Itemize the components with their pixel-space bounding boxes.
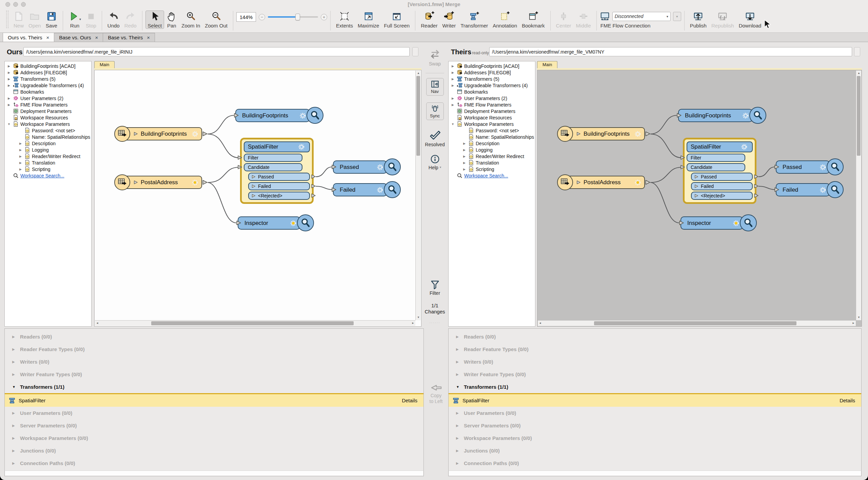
tab-close-icon[interactable]: × (147, 35, 150, 40)
zoom-increase-button[interactable]: + (321, 14, 327, 20)
save-button[interactable]: Save (43, 11, 60, 29)
tree-item-reader-writer-redirect[interactable]: ▶Reader/Writer Redirect (449, 153, 535, 159)
summary-row-junctions-0-0[interactable]: ▶Junctions (0/0) (449, 444, 861, 457)
select-button[interactable]: Select (145, 11, 164, 29)
transformer-node-spatialfilter[interactable]: SpatialFilterFilterCandidatePassedFailed… (240, 138, 314, 204)
expander-icon[interactable]: ▶ (18, 168, 23, 171)
expander-icon[interactable]: ▶ (451, 64, 455, 68)
transformer-header[interactable]: SpatialFilter (244, 141, 310, 152)
gear-icon[interactable] (819, 164, 827, 171)
reader-node-postaladdress[interactable]: PostalAddress (557, 175, 649, 189)
summary-row-reader-feature-types-0-0[interactable]: ▶Reader Feature Types (0/0) (449, 343, 861, 356)
tree-item-bookmarks[interactable]: Bookmarks (449, 89, 535, 95)
tree-item-scripting[interactable]: ▶Scripting (449, 166, 535, 172)
summary-row-writers-0-0[interactable]: ▶Writers (0/0) (5, 356, 423, 368)
vertical-scrollbar[interactable]: ▲▼ (415, 71, 421, 320)
tree-item-workspace-search[interactable]: Workspace Search... (449, 172, 535, 179)
document-tab-base-vs-ours[interactable]: Base vs. Ours× (54, 33, 103, 42)
node-passed-1[interactable]: Passed (776, 160, 844, 174)
scroll-down-icon[interactable]: ▼ (417, 315, 420, 320)
tree-item-translation[interactable]: ▶Translation (449, 159, 535, 166)
inspect-magnifier-icon[interactable] (740, 214, 757, 231)
tree-item-bookmarks[interactable]: Bookmarks (5, 89, 91, 95)
summary-row-server-parameters-0-0[interactable]: ▶Server Parameters (0/0) (5, 419, 423, 432)
tree-item-buildingfootprints-acad[interactable]: ▶BuildingFootprints [ACAD] (5, 63, 91, 69)
expander-icon[interactable]: ▶ (7, 97, 11, 100)
summary-row-readers-0-0[interactable]: ▶Readers (0/0) (449, 330, 861, 343)
scroll-down-icon[interactable]: ▼ (857, 315, 860, 320)
theirs-path-input[interactable] (489, 47, 852, 56)
tree-item-logging[interactable]: ▶Logging (449, 147, 535, 153)
reader-node-buildingfootprints[interactable]: BuildingFootprints (114, 127, 206, 141)
tree-item-workspace-parameters[interactable]: ▼Workspace Parameters (5, 121, 91, 127)
tree-item-translation[interactable]: ▶Translation (5, 159, 91, 166)
canvas-drawing-area[interactable]: BuildingFootprintsPostalAddressBuildingF… (95, 71, 415, 320)
tree-item-transformers-5[interactable]: ▶Transformers (5) (5, 76, 91, 82)
expander-icon[interactable]: ▶ (451, 77, 455, 81)
scroll-up-icon[interactable]: ▲ (857, 71, 860, 76)
expander-icon[interactable]: ▶ (18, 148, 23, 152)
zoom-in-button[interactable]: Zoom In (179, 11, 202, 29)
expander-icon[interactable]: ▶ (7, 71, 11, 74)
inspect-magnifier-icon[interactable] (307, 107, 323, 124)
run-button[interactable]: ▾Run (66, 11, 83, 29)
node-failed-2[interactable]: Failed (776, 183, 844, 197)
inspect-magnifier-icon[interactable] (827, 158, 844, 175)
tree-item-addresses-filegdb[interactable]: ▶Addresses [FILEGDB] (449, 69, 535, 76)
gear-icon[interactable] (191, 130, 199, 138)
pan-button[interactable]: Pan (164, 11, 179, 29)
input-port-candidate[interactable]: Candidate (687, 163, 745, 171)
ours-canvas[interactable]: MainBuildingFootprintsPostalAddressBuild… (94, 61, 421, 327)
expander-icon[interactable]: ▶ (12, 347, 16, 351)
expander-icon[interactable]: ▶ (18, 161, 23, 165)
horizontal-scrollbar[interactable]: ◄► (538, 320, 856, 326)
inspect-magnifier-icon[interactable] (749, 107, 766, 124)
inspect-magnifier-icon[interactable] (827, 181, 844, 198)
summary-row-transformers-1-1[interactable]: ▼Transformers (1/1) (449, 381, 861, 393)
gear-icon[interactable] (742, 112, 749, 119)
tree-item-buildingfootprints-acad[interactable]: ▶BuildingFootprints [ACAD] (449, 63, 535, 69)
summary-row-reader-feature-types-0-0[interactable]: ▶Reader Feature Types (0/0) (5, 343, 423, 356)
extents-button[interactable]: Extents (334, 11, 355, 29)
expander-icon[interactable]: ▶ (7, 103, 11, 107)
gear-icon[interactable] (634, 130, 642, 138)
document-tab-base-vs-theirs[interactable]: Base vs. Theirs× (103, 33, 155, 42)
fme-flow-connection-dropdown[interactable]: Disconnected▾ (612, 12, 671, 21)
help-button[interactable]: Help▾ (421, 154, 448, 170)
annotation-button[interactable]: Annotation (490, 11, 519, 29)
fme-flow-extra-dropdown-button[interactable]: ▾ (673, 12, 681, 21)
expander-icon[interactable]: ▶ (7, 84, 11, 87)
filter-button[interactable]: Filter (421, 280, 448, 296)
expander-icon[interactable]: ▶ (456, 335, 460, 339)
tree-item-user-parameters-2[interactable]: ▶User Parameters (2) (449, 95, 535, 101)
node-inspector-3[interactable]: Inspector (238, 216, 314, 230)
expander-icon[interactable]: ▶ (451, 84, 455, 87)
horizontal-scrollbar[interactable]: ◄► (95, 320, 415, 326)
expander-icon[interactable]: ▶ (12, 335, 16, 339)
maximize-button[interactable]: Maximize (355, 11, 381, 29)
canvas-drawing-area[interactable]: BuildingFootprintsPostalAddressBuildingF… (538, 71, 856, 320)
expander-icon[interactable]: ▶ (18, 142, 23, 145)
expander-icon[interactable]: ▶ (462, 155, 467, 158)
tree-item-deployment-parameters[interactable]: Deployment Parameters (449, 108, 535, 114)
summary-row-connection-paths-0-0[interactable]: ▶Connection Paths (0/0) (449, 457, 861, 469)
transformer-node-spatialfilter[interactable]: SpatialFilterFilterCandidatePassedFailed… (683, 138, 756, 204)
reader-node-postaladdress[interactable]: PostalAddress (114, 175, 206, 189)
gear-icon[interactable] (298, 143, 305, 151)
input-port-filter[interactable]: Filter (244, 154, 302, 162)
expander-icon[interactable]: ▼ (12, 385, 16, 389)
publish-button[interactable]: Publish (688, 11, 709, 29)
zoom-slider[interactable] (268, 13, 318, 21)
expander-icon[interactable]: ▶ (12, 449, 16, 453)
tree-item-scripting[interactable]: ▶Scripting (5, 166, 91, 172)
expander-icon[interactable]: ▶ (456, 461, 460, 465)
output-port-failed[interactable]: Failed (691, 182, 753, 190)
theirs-browse-button[interactable] (854, 47, 860, 56)
reader-button[interactable]: Reader (418, 11, 440, 29)
tree-item-name-spatialrelationships[interactable]: Name: SpatialRelationships (5, 134, 91, 140)
summary-row-user-parameters-0-0[interactable]: ▶User Parameters (0/0) (5, 407, 423, 419)
summary-scrollbar[interactable] (5, 471, 423, 476)
workspace-search-link[interactable]: Workspace Search... (20, 173, 64, 178)
summary-row-spatialfilter[interactable]: SpatialFilterDetails (449, 393, 861, 407)
node-passed-1[interactable]: Passed (333, 160, 401, 174)
